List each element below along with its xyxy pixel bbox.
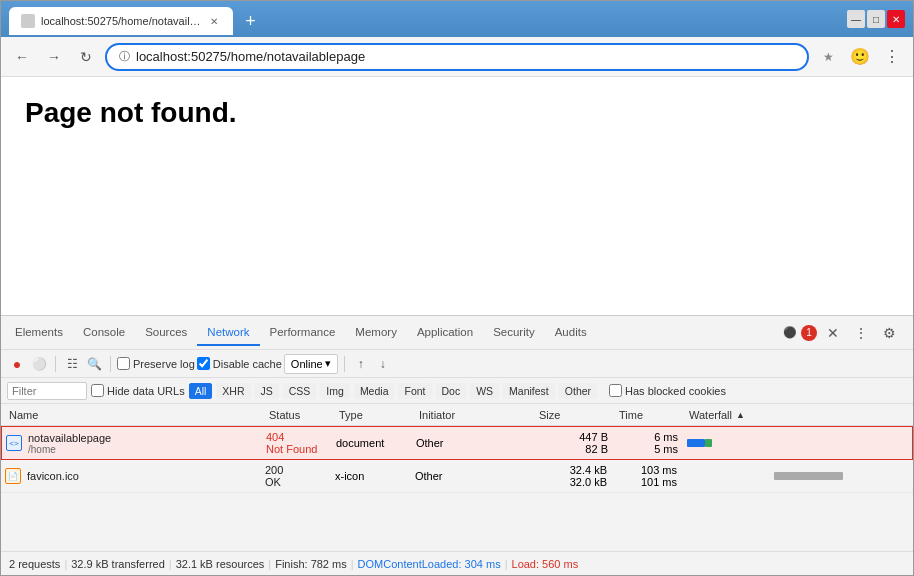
tab-performance[interactable]: Performance [260,320,346,346]
col-header-time: Time [615,405,685,425]
refresh-button[interactable]: ↻ [73,44,99,70]
network-toolbar: ● ⚪ ☷ 🔍 Preserve log Disable cache Onlin… [1,350,913,378]
filter-type-manifest[interactable]: Manifest [503,383,555,399]
row-type-cell: document [332,427,412,459]
devtools-panel: Elements Console Sources Network Perform… [1,315,913,575]
preserve-log-checkbox-label[interactable]: Preserve log [117,357,195,370]
has-blocked-cookies-label[interactable]: Has blocked cookies [609,384,726,397]
devtools-settings-button[interactable]: ⋮ [849,321,873,345]
new-tab-button[interactable]: + [237,7,265,35]
filter-type-css[interactable]: CSS [283,383,317,399]
tab-application[interactable]: Application [407,320,483,346]
devtools-close-button[interactable]: ✕ [821,321,845,345]
row-primary-name: favicon.ico [27,470,79,482]
menu-button[interactable]: ⋮ [879,44,905,70]
preserve-log-checkbox[interactable] [117,357,130,370]
row-type-icon: <> [6,435,22,451]
filter-type-font[interactable]: Font [398,383,431,399]
row-status-code: 404 [266,431,284,443]
tab-console[interactable]: Console [73,320,135,346]
table-row[interactable]: 📄 favicon.ico 200 OK x-icon Other 32.4 k… [1,460,913,493]
row-size2: 32.0 kB [570,476,607,488]
devtools-settings-gear[interactable]: ⚙ [877,321,901,345]
tab-audits[interactable]: Audits [545,320,597,346]
browser-tab[interactable]: localhost:50275/home/notavail… ✕ [9,7,233,35]
disable-cache-checkbox[interactable] [197,357,210,370]
has-blocked-cookies-checkbox[interactable] [609,384,622,397]
clear-button[interactable]: ⚪ [29,354,49,374]
row-status-cell: 404 Not Found [262,427,332,459]
tab-memory[interactable]: Memory [345,320,407,346]
bookmark-button[interactable]: ★ [815,44,841,70]
hide-data-urls-label[interactable]: Hide data URLs [91,384,185,397]
row-time1: 6 ms [654,431,678,443]
hide-data-urls-checkbox[interactable] [91,384,104,397]
col-header-waterfall: Waterfall ▲ [685,405,909,425]
row-name-text: notavailablepage /home [28,432,111,455]
status-sep-1: | [64,558,67,570]
minimize-button[interactable]: — [847,10,865,28]
address-bar[interactable]: ⓘ localhost:50275/home/notavailablepage [105,43,809,71]
browser-window: localhost:50275/home/notavail… ✕ + — □ ✕… [0,0,914,576]
status-sep-2: | [169,558,172,570]
lock-icon: ⓘ [119,49,130,64]
disable-cache-checkbox-label[interactable]: Disable cache [197,357,282,370]
devtools-status-bar: 2 requests | 32.9 kB transferred | 32.1 … [1,551,913,575]
search-button[interactable]: 🔍 [84,354,104,374]
col-header-name: Name [5,405,265,425]
back-button[interactable]: ← [9,44,35,70]
table-row[interactable]: <> notavailablepage /home 404 Not Found … [1,426,913,460]
filter-button[interactable]: ☷ [62,354,82,374]
filter-bar: Hide data URLs All XHR JS CSS Img Media … [1,378,913,404]
waterfall-bar-2 [705,439,712,447]
filter-type-all[interactable]: All [189,383,213,399]
waterfall-bar [687,439,705,447]
upload-button[interactable]: ↑ [351,354,371,374]
tab-elements[interactable]: Elements [5,320,73,346]
preserve-log-label: Preserve log [133,358,195,370]
row-time-cell: 103 ms 101 ms [611,460,681,492]
hide-data-urls-text: Hide data URLs [107,385,185,397]
tab-network[interactable]: Network [197,320,259,346]
status-sep-4: | [351,558,354,570]
emoji-button[interactable]: 🙂 [847,44,873,70]
window-controls: — □ ✕ [847,10,905,28]
toolbar-separator-2 [110,356,111,372]
row-type-cell: x-icon [331,460,411,492]
close-button[interactable]: ✕ [887,10,905,28]
row-status-cell: 200 OK [261,460,331,492]
error-circle-icon: ⚫ [783,326,797,339]
load-time: Load: 560 ms [512,558,579,570]
status-sep-5: | [505,558,508,570]
row-type-icon: 📄 [5,468,21,484]
filter-type-js[interactable]: JS [255,383,279,399]
download-button[interactable]: ↓ [373,354,393,374]
tab-security[interactable]: Security [483,320,545,346]
table-body: <> notavailablepage /home 404 Not Found … [1,426,913,551]
tab-sources[interactable]: Sources [135,320,197,346]
row-name-cell: 📄 favicon.ico [1,460,261,492]
table-header: Name Status Type Initiator Size Time Wat… [1,404,913,426]
filter-type-img[interactable]: Img [320,383,350,399]
transferred-size: 32.9 kB transferred [71,558,165,570]
filter-type-media[interactable]: Media [354,383,395,399]
network-table: Name Status Type Initiator Size Time Wat… [1,404,913,551]
filter-type-xhr[interactable]: XHR [216,383,250,399]
filter-input[interactable] [7,382,87,400]
filter-type-ws[interactable]: WS [470,383,499,399]
row-size2: 82 B [585,443,608,455]
col-header-initiator: Initiator [415,405,535,425]
filter-type-other[interactable]: Other [559,383,597,399]
online-label: Online [291,358,323,370]
waterfall-bar [774,472,844,480]
page-title: Page not found. [25,97,889,129]
filter-type-doc[interactable]: Doc [436,383,467,399]
tab-close-button[interactable]: ✕ [207,14,221,28]
online-dropdown[interactable]: Online ▾ [284,354,338,374]
forward-button[interactable]: → [41,44,67,70]
record-button[interactable]: ● [7,354,27,374]
maximize-button[interactable]: □ [867,10,885,28]
finish-time: Finish: 782 ms [275,558,347,570]
row-size-cell: 447 B 82 B [532,427,612,459]
col-header-status: Status [265,405,335,425]
